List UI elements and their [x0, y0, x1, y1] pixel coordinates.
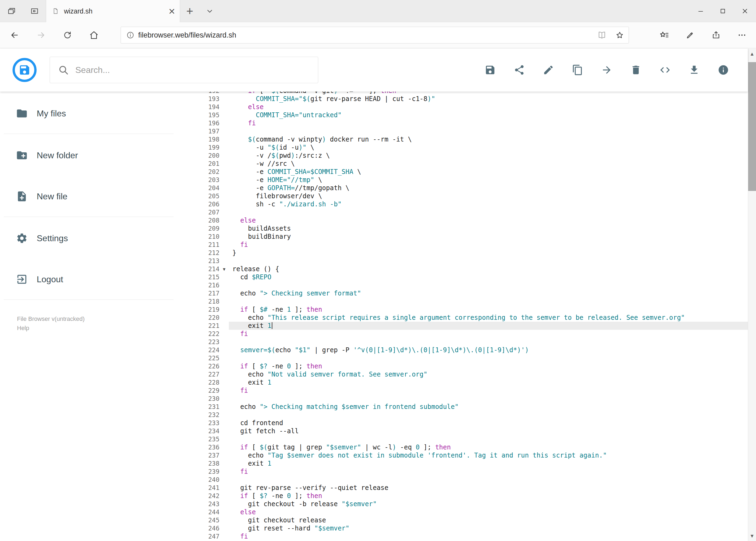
code-text[interactable]: fi [229, 241, 748, 249]
sidebar-item-my-files[interactable]: My files [0, 103, 202, 124]
info-icon[interactable] [714, 61, 732, 79]
code-text[interactable]: $(command -v winpty) docker run --rm -it… [229, 135, 748, 144]
code-text[interactable] [229, 476, 748, 484]
code-line[interactable]: 242 if [ $? -ne 0 ]; then [202, 492, 748, 500]
code-text[interactable]: git rev-parse --verify --quiet release [229, 484, 748, 492]
code-line[interactable]: 205 filebrowser/dev \ [202, 192, 748, 200]
code-text[interactable] [229, 411, 748, 419]
code-text[interactable] [229, 395, 748, 403]
code-line[interactable]: 215 cd $REPO [202, 273, 748, 281]
minimize-button[interactable] [690, 0, 712, 22]
code-text[interactable]: sh -c "./wizard.sh -b" [229, 200, 748, 208]
scroll-down-icon[interactable]: ▼ [748, 531, 756, 540]
code-line[interactable]: 196 fi [202, 119, 748, 127]
code-line[interactable]: 223 [202, 338, 748, 346]
code-line[interactable]: 213 [202, 257, 748, 265]
code-text[interactable]: if [ $# -ne 1 ]; then [229, 305, 748, 313]
code-text[interactable]: -u "$(id -u)" \ [229, 144, 748, 152]
code-editor[interactable]: 192 if [ "$(command -v git)" != "" ]; th… [202, 92, 748, 541]
code-line[interactable]: 246 git reset --hard "$semver" [202, 524, 748, 532]
code-text[interactable]: COMMIT_SHA="$(git rev-parse HEAD | cut -… [229, 95, 748, 103]
download-icon[interactable] [685, 61, 703, 79]
code-line[interactable]: 218 [202, 297, 748, 305]
close-window-button[interactable] [734, 0, 756, 22]
code-line[interactable]: 202 -e COMMIT_SHA=$COMMIT_SHA \ [202, 168, 748, 176]
code-line[interactable]: 232 [202, 411, 748, 419]
code-text[interactable]: } [229, 249, 748, 257]
code-line[interactable]: 193 COMMIT_SHA="$(git rev-parse HEAD | c… [202, 95, 748, 103]
code-line[interactable]: 209 buildAssets [202, 225, 748, 233]
address-bar[interactable]: filebrowser.web/files/wizard.sh [121, 27, 629, 44]
code-text[interactable]: filebrowser/dev \ [229, 192, 748, 200]
code-line[interactable]: 192 if [ "$(command -v git)" != "" ]; th… [202, 92, 748, 95]
rename-pencil-icon[interactable] [540, 61, 557, 79]
code-line[interactable]: 221 exit 1 [202, 322, 748, 330]
code-text[interactable]: exit 1 [229, 322, 748, 330]
code-text[interactable]: if [ $? -ne 0 ]; then [229, 362, 748, 370]
code-line[interactable]: 244 else [202, 508, 748, 516]
code-text[interactable]: fi [229, 330, 748, 338]
share-file-icon[interactable] [510, 61, 528, 79]
code-text[interactable]: COMMIT_SHA="untracked" [229, 111, 748, 119]
web-note-pen-icon[interactable] [677, 24, 703, 46]
code-line[interactable]: 207 [202, 208, 748, 216]
code-text[interactable]: exit 1 [229, 459, 748, 467]
search-input[interactable] [75, 65, 318, 75]
code-line[interactable]: 227 echo "Not valid semver format. See s… [202, 370, 748, 378]
code-line[interactable]: 226 if [ $? -ne 0 ]; then [202, 362, 748, 370]
code-text[interactable]: -v /$(pwd):/src:z \ [229, 152, 748, 160]
code-text[interactable]: echo "Not valid semver format. See semve… [229, 370, 748, 378]
code-text[interactable]: echo "> Checking semver format" [229, 289, 748, 297]
code-line[interactable]: 225 [202, 354, 748, 362]
tab-preview-chevron-icon[interactable] [199, 0, 220, 22]
code-line[interactable]: 230 [202, 395, 748, 403]
move-arrow-icon[interactable] [598, 61, 616, 79]
code-line[interactable]: 224 semver=$(echo "$1" | grep -P '^v(0|[… [202, 346, 748, 354]
save-icon[interactable] [481, 61, 499, 79]
browser-tab[interactable]: wizard.sh × [46, 0, 180, 22]
copy-icon[interactable] [569, 61, 587, 79]
site-info-icon[interactable] [126, 31, 134, 39]
code-line[interactable]: 247 fi [202, 532, 748, 540]
code-line[interactable]: 211 fi [202, 241, 748, 249]
code-line[interactable]: 214▾release () { [202, 265, 748, 273]
more-actions-icon[interactable] [729, 24, 755, 46]
sidebar-item-new-file[interactable]: New file [0, 186, 202, 207]
code-line[interactable]: 236 if [ $(git tag | grep "$semver" | wc… [202, 443, 748, 451]
code-text[interactable]: buildBinary [229, 233, 748, 241]
code-text[interactable]: if [ $? -ne 0 ]; then [229, 492, 748, 500]
refresh-icon[interactable] [54, 24, 81, 46]
add-favorite-star-icon[interactable] [611, 28, 629, 43]
code-text[interactable] [229, 435, 748, 443]
code-text[interactable]: git reset --hard "$semver" [229, 524, 748, 532]
code-text[interactable]: buildAssets [229, 225, 748, 233]
code-text[interactable]: echo "This release script requires a sin… [229, 313, 748, 322]
code-line[interactable]: 195 COMMIT_SHA="untracked" [202, 111, 748, 119]
code-text[interactable]: if [ $(git tag | grep "$semver" | wc -l)… [229, 443, 748, 451]
favorites-hub-icon[interactable] [651, 24, 677, 46]
code-line[interactable]: 245 git checkout release [202, 516, 748, 524]
code-text[interactable] [229, 127, 748, 135]
code-text[interactable]: if [ "$(command -v git)" != "" ]; then [229, 92, 748, 95]
code-line[interactable]: 238 exit 1 [202, 459, 748, 467]
raw-code-icon[interactable] [656, 61, 674, 79]
code-text[interactable]: -w //src \ [229, 160, 748, 168]
code-line[interactable]: 235 [202, 435, 748, 443]
code-line[interactable]: 220 echo "This release script requires a… [202, 313, 748, 322]
code-line[interactable]: 210 buildBinary [202, 233, 748, 241]
fold-marker-icon[interactable]: ▾ [219, 265, 229, 273]
sidebar-item-new-folder[interactable]: New folder [0, 145, 202, 166]
code-text[interactable]: cd $REPO [229, 273, 748, 281]
code-line[interactable]: 206 sh -c "./wizard.sh -b" [202, 200, 748, 208]
code-text[interactable]: fi [229, 119, 748, 127]
code-line[interactable]: 239 fi [202, 467, 748, 476]
sidebar-item-logout[interactable]: Logout [0, 269, 202, 290]
code-line[interactable]: 216 [202, 281, 748, 289]
code-line[interactable]: 228 exit 1 [202, 378, 748, 386]
code-text[interactable] [229, 257, 748, 265]
code-text[interactable]: -e HOME="//tmp" \ [229, 176, 748, 184]
code-text[interactable]: fi [229, 386, 748, 395]
delete-trash-icon[interactable] [627, 61, 645, 79]
reading-view-icon[interactable] [593, 28, 611, 43]
tabs-you-set-aside-icon[interactable] [0, 0, 23, 22]
